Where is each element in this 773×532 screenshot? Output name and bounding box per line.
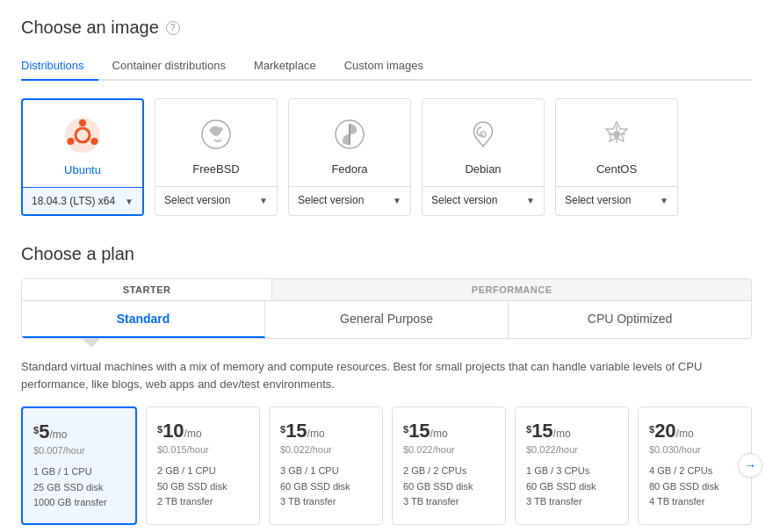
hourly-15a: $0.022/hour xyxy=(280,444,372,455)
freebsd-chevron: ▼ xyxy=(259,196,268,205)
debian-chevron: ▼ xyxy=(526,196,535,205)
price-15c-label: $15/mo xyxy=(526,420,618,442)
fedora-chevron: ▼ xyxy=(393,196,401,205)
debian-icon xyxy=(462,113,504,155)
price-15b-label: $15/mo xyxy=(403,420,495,442)
help-icon[interactable]: ? xyxy=(166,21,180,35)
specs-15a: 3 GB / 1 CPU 60 GB SSD disk 3 TB transfe… xyxy=(280,464,372,510)
image-card-ubuntu[interactable]: Ubuntu 18.04.3 (LTS) x64 ▼ xyxy=(21,98,144,216)
svg-point-4 xyxy=(91,138,98,145)
svg-point-3 xyxy=(68,138,75,145)
tab-group-performance[interactable]: PERFORMANCE xyxy=(272,279,751,300)
image-tabs: Distributions Container distributions Ma… xyxy=(21,52,752,81)
specs-20: 4 GB / 2 CPUs 80 GB SSD disk 4 TB transf… xyxy=(649,464,740,510)
plan-title: Choose a plan xyxy=(21,244,752,264)
image-card-list: Ubuntu 18.04.3 (LTS) x64 ▼ FreeBSD Selec… xyxy=(21,98,752,216)
image-card-freebsd[interactable]: FreeBSD Select version ▼ xyxy=(155,98,278,216)
freebsd-icon xyxy=(195,113,237,155)
tab-custom[interactable]: Custom images xyxy=(330,52,437,81)
svg-point-2 xyxy=(79,119,86,126)
price-15a-label: $15/mo xyxy=(280,420,372,442)
hourly-20: $0.030/hour xyxy=(649,444,740,455)
ubuntu-chevron: ▼ xyxy=(125,197,134,206)
ubuntu-icon xyxy=(61,114,104,156)
tab-standard[interactable]: Standard xyxy=(22,301,265,338)
choose-image-title: Choose an image xyxy=(21,18,159,38)
svg-point-5 xyxy=(220,127,223,131)
price-20-label: $20/mo xyxy=(649,420,740,442)
tab-cpu-optimized[interactable]: CPU Optimized xyxy=(509,301,751,338)
pricing-card-5[interactable]: $5/mo $0.007/hour 1 GB / 1 CPU 25 GB SSD… xyxy=(21,406,137,525)
tab-distributions[interactable]: Distributions xyxy=(21,52,98,81)
centos-icon xyxy=(596,113,638,155)
specs-5: 1 GB / 1 CPU 25 GB SSD disk 1000 GB tran… xyxy=(33,464,125,511)
choose-image-header: Choose an image ? xyxy=(21,18,752,38)
fedora-icon xyxy=(329,113,371,155)
hourly-15b: $0.022/hour xyxy=(403,444,495,455)
image-card-ubuntu-top: Ubuntu xyxy=(23,100,142,187)
pricing-cards-list: $5/mo $0.007/hour 1 GB / 1 CPU 25 GB SSD… xyxy=(21,406,752,525)
tab-container[interactable]: Container distributions xyxy=(98,52,240,81)
plan-connector xyxy=(21,339,752,348)
pricing-card-20[interactable]: $20/mo $0.030/hour 4 GB / 2 CPUs 80 GB S… xyxy=(638,406,752,525)
debian-label: Debian xyxy=(465,162,501,176)
pricing-area: $5/mo $0.007/hour 1 GB / 1 CPU 25 GB SSD… xyxy=(21,406,752,525)
debian-version[interactable]: Select version ▼ xyxy=(423,186,544,213)
fedora-label: Fedora xyxy=(331,162,367,176)
centos-chevron: ▼ xyxy=(660,196,668,205)
plan-tab-items: Standard General Purpose CPU Optimized xyxy=(22,300,751,338)
price-5-label: $5/mo xyxy=(33,421,125,443)
tab-group-starter[interactable]: STARTER xyxy=(22,279,272,300)
plan-description: Standard virtual machines with a mix of … xyxy=(21,358,752,392)
freebsd-label: FreeBSD xyxy=(192,162,239,176)
hourly-10: $0.015/hour xyxy=(157,444,249,455)
specs-15c: 1 GB / 3 CPUs 60 GB SSD disk 3 TB transf… xyxy=(526,464,618,510)
image-card-debian-top: Debian xyxy=(423,99,544,186)
plan-tabs-container: STARTER PERFORMANCE Standard General Pur… xyxy=(21,278,752,339)
pricing-scroll-right-button[interactable]: → xyxy=(738,453,762,478)
pricing-card-15a[interactable]: $15/mo $0.022/hour 3 GB / 1 CPU 60 GB SS… xyxy=(269,406,383,525)
centos-version[interactable]: Select version ▼ xyxy=(556,186,677,213)
ubuntu-version[interactable]: 18.04.3 (LTS) x64 ▼ xyxy=(23,187,142,214)
image-card-centos-top: CentOS xyxy=(556,99,677,186)
image-card-fedora-top: Fedora xyxy=(289,99,410,186)
image-card-centos[interactable]: CentOS Select version ▼ xyxy=(555,98,678,216)
plan-tab-groups: STARTER PERFORMANCE xyxy=(22,279,751,300)
image-card-debian[interactable]: Debian Select version ▼ xyxy=(422,98,545,216)
hourly-5: $0.007/hour xyxy=(33,445,125,456)
fedora-version[interactable]: Select version ▼ xyxy=(289,186,410,213)
centos-label: CentOS xyxy=(596,162,637,176)
pricing-card-10[interactable]: $10/mo $0.015/hour 2 GB / 1 CPU 50 GB SS… xyxy=(146,406,260,525)
connector-arrow xyxy=(83,339,100,348)
image-card-freebsd-top: FreeBSD xyxy=(155,99,277,186)
tab-marketplace[interactable]: Marketplace xyxy=(240,52,330,81)
specs-15b: 2 GB / 2 CPUs 60 GB SSD disk 3 TB transf… xyxy=(403,464,495,510)
image-card-fedora[interactable]: Fedora Select version ▼ xyxy=(288,98,411,216)
hourly-15c: $0.022/hour xyxy=(526,444,618,455)
price-10-label: $10/mo xyxy=(157,420,249,442)
freebsd-version[interactable]: Select version ▼ xyxy=(155,186,277,213)
tab-general-purpose[interactable]: General Purpose xyxy=(265,301,509,338)
pricing-card-15c[interactable]: $15/mo $0.022/hour 1 GB / 3 CPUs 60 GB S… xyxy=(515,406,629,525)
ubuntu-label: Ubuntu xyxy=(64,163,101,176)
svg-point-9 xyxy=(613,131,620,138)
pricing-card-15b[interactable]: $15/mo $0.022/hour 2 GB / 2 CPUs 60 GB S… xyxy=(392,406,506,525)
specs-10: 2 GB / 1 CPU 50 GB SSD disk 2 TB transfe… xyxy=(157,464,249,510)
